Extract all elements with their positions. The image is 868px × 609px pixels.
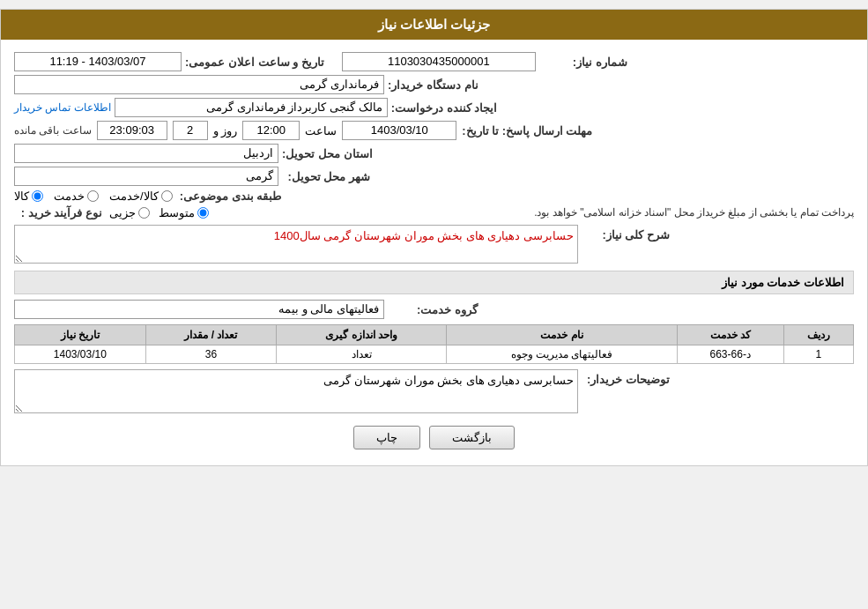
services-section-title: اطلاعات خدمات مورد نیاز [14, 271, 854, 294]
services-table: ردیف کد خدمت نام خدمت واحد اندازه گیری ت… [14, 324, 854, 364]
response-remaining: 23:09:03 [97, 121, 167, 140]
city-value: گرمی [14, 167, 278, 186]
category-label: طبقه بندی موضوعی: [180, 189, 282, 203]
service-group-label: گروه خدمت: [389, 303, 478, 316]
need-number-value: 1103030435000001 [342, 52, 536, 71]
category-radio-kala[interactable] [32, 190, 43, 202]
process-option-jozi[interactable]: جزیی [109, 206, 150, 219]
col-header-row-num: ردیف [783, 325, 853, 345]
contact-info-link[interactable]: اطلاعات تماس خریدار [14, 101, 111, 114]
process-note: پرداخت تمام یا بخشی از مبلغ خریداز محل "… [216, 206, 854, 219]
category-option-kala-khadamat[interactable]: کالا/خدمت [109, 189, 173, 203]
col-header-quantity: تعداد / مقدار [145, 325, 277, 345]
process-radio-group: متوسط جزیی [109, 206, 209, 219]
response-days: 2 [173, 121, 208, 140]
print-button[interactable]: چاپ [353, 426, 420, 449]
table-cell-quantity: 36 [145, 345, 277, 364]
service-group-value: فعالیتهای مالی و بیمه [14, 300, 384, 319]
requester-label: ایجاد کننده درخواست: [391, 101, 498, 115]
buyer-description-textarea[interactable]: حسابرسی دهیاری های بخش موران شهرستان گرم… [14, 369, 578, 413]
page-title: جزئیات اطلاعات نیاز [1, 10, 867, 40]
process-label: نوع فرآیند خرید : [14, 206, 102, 219]
buyer-org-label: نام دستگاه خریدار: [388, 78, 479, 92]
need-number-label: شماره نیاز: [539, 56, 627, 69]
table-cell-unit: تعداد [277, 345, 447, 364]
category-radio-kala-khadamat[interactable] [161, 190, 173, 202]
need-description-textarea[interactable]: حسابرسی دهیاری های بخش موران شهرستان گرم… [14, 225, 578, 264]
announcement-date-group: تاریخ و ساعت اعلان عمومی: 1403/03/07 - 1… [14, 52, 324, 71]
need-description-label: شرح کلی نیاز: [582, 225, 670, 241]
province-value: اردبیل [14, 144, 278, 163]
process-radio-jozi[interactable] [138, 207, 150, 219]
table-cell-date: 1403/03/10 [15, 345, 146, 364]
table-cell-service_code: د-66-663 [677, 345, 783, 364]
response-deadline-label: مهلت ارسال پاسخ: تا تاریخ: [462, 124, 592, 137]
col-header-date: تاریخ نیاز [15, 325, 146, 345]
announcement-date-value: 1403/03/07 - 11:19 [14, 52, 182, 71]
button-row: بازگشت چاپ [14, 426, 854, 449]
category-option-kala[interactable]: کالا [14, 189, 43, 203]
city-label: شهر محل تحویل: [282, 170, 370, 183]
buyer-org-value: فرمانداری گرمی [14, 75, 384, 94]
response-date: 1403/03/10 [342, 121, 456, 140]
process-option-motavaset[interactable]: متوسط [159, 206, 209, 219]
category-label-khadamat: خدمت [54, 189, 85, 203]
category-radio-khadamat[interactable] [87, 190, 99, 202]
col-header-unit: واحد اندازه گیری [277, 325, 447, 345]
col-header-service-name: نام خدمت [446, 325, 677, 345]
requester-value: مالک گنجی کاربرداز فرمانداری گرمی [115, 98, 388, 117]
table-row: 1د-66-663فعالیتهای مدیریت وجوهتعداد36140… [15, 345, 854, 364]
need-number-group: شماره نیاز: 1103030435000001 [342, 52, 627, 71]
response-time-label: ساعت [305, 124, 337, 137]
category-label-kala-khadamat: کالا/خدمت [109, 189, 159, 203]
category-option-khadamat[interactable]: خدمت [54, 189, 99, 203]
process-label-motavaset: متوسط [159, 206, 195, 219]
buyer-description-label: توضیحات خریدار: [582, 369, 670, 386]
process-label-jozi: جزیی [109, 206, 136, 219]
response-day-label: روز و [213, 124, 238, 137]
announcement-date-label: تاریخ و ساعت اعلان عمومی: [185, 56, 324, 69]
process-radio-motavaset[interactable] [197, 207, 209, 219]
province-label: استان محل تحویل: [282, 147, 373, 160]
back-button[interactable]: بازگشت [429, 426, 515, 449]
category-radio-group: کالا/خدمت خدمت کالا [14, 189, 173, 203]
category-label-kala: کالا [14, 189, 29, 203]
response-remaining-label: ساعت باقی مانده [14, 124, 92, 137]
table-cell-row_num: 1 [783, 345, 853, 364]
table-cell-service_name: فعالیتهای مدیریت وجوه [446, 345, 677, 364]
response-time: 12:00 [242, 121, 300, 140]
col-header-service-code: کد خدمت [677, 325, 783, 345]
